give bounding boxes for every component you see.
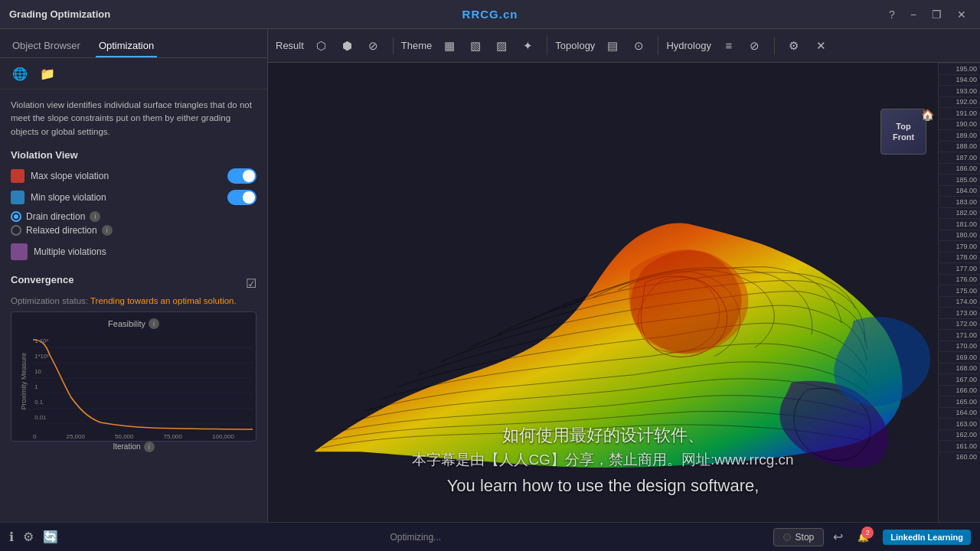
svg-text:0.1: 0.1 (34, 399, 43, 406)
elevation-tick: 166.00 (939, 385, 980, 396)
tab-object-browser[interactable]: Object Browser (9, 35, 83, 57)
elevation-tick: 164.00 (939, 407, 980, 419)
elevation-tick: 163.00 (939, 418, 980, 429)
sync-icon[interactable]: 🔄 (43, 530, 58, 544)
result-label: Result (276, 40, 304, 51)
elevation-tick: 167.00 (939, 373, 980, 385)
elevation-tick: 162.00 (939, 429, 980, 441)
drain-direction-row: Drain direction i (11, 211, 256, 222)
elevation-tick: 185.00 (939, 174, 980, 185)
left-panel: Object Browser Optimization 🌐 📁 Violatio… (0, 29, 268, 551)
elevation-tick: 173.00 (939, 307, 980, 318)
toolbar-btn-theme3[interactable]: ▨ (490, 35, 513, 57)
stop-button[interactable]: Stop (773, 528, 825, 546)
elevation-tick: 190.00 (939, 119, 980, 130)
feasibility-info[interactable]: i (149, 318, 159, 329)
restore-button[interactable]: ❐ (927, 7, 946, 22)
toolbar-close-btn[interactable]: ✕ (810, 35, 833, 57)
max-slope-row: Max slope violation (11, 168, 256, 184)
tab-optimization[interactable]: Optimization (96, 35, 157, 57)
toolbar-btn-sun[interactable]: ✦ (516, 35, 539, 57)
panel-content: Violation view identifies individual sur… (0, 90, 267, 451)
elevation-tick: 177.00 (939, 262, 980, 274)
minimize-button[interactable]: − (906, 7, 921, 22)
chart-inner: Proximity Measure 1·10³ (15, 332, 253, 432)
direction-radio-group: Drain direction i Relaxed direction i (11, 211, 256, 236)
divider-2 (547, 37, 547, 55)
elevation-tick: 189.00 (939, 129, 980, 141)
toolbar-btn-theme1[interactable]: ▦ (438, 35, 461, 57)
elevation-tick: 183.00 (939, 196, 980, 207)
panel-icon-folder[interactable]: 📁 (37, 63, 58, 84)
divider-4 (774, 37, 775, 55)
close-button[interactable]: ✕ (952, 7, 971, 22)
settings-icon[interactable]: ⚙ (23, 530, 34, 544)
toolbar-btn-topo1[interactable]: ▤ (601, 35, 624, 57)
elevation-ruler: 195.00194.00193.00192.00191.00190.00189.… (938, 63, 980, 551)
svg-text:1*10²: 1*10² (34, 353, 49, 360)
toolbar-btn-block[interactable]: ⊘ (362, 35, 385, 57)
elevation-tick: 176.00 (939, 274, 980, 285)
chart-x-ticks: 025,00050,00075,000100,000 (15, 432, 253, 440)
main-viewport: Result ⬡ ⬢ ⊘ Theme ▦ ▧ ▨ ✦ Topology ▤ ⊙ … (268, 29, 980, 551)
stop-dot (783, 533, 791, 541)
drain-direction-label: Drain direction (26, 211, 85, 222)
convergence-section: Convergence ☑ Optimization status: Trend… (11, 274, 256, 442)
toolbar-btn-hydro2[interactable]: ⊘ (743, 35, 766, 57)
elevation-tick: 174.00 (939, 296, 980, 308)
svg-text:1: 1 (34, 383, 38, 390)
drain-direction-info[interactable]: i (90, 211, 100, 222)
home-icon[interactable]: 🏠 (921, 109, 934, 121)
chart-y-axis-label: Proximity Measure (20, 353, 28, 410)
drain-direction-radio[interactable] (11, 211, 21, 222)
toolbar-btn-hex1[interactable]: ⬡ (310, 35, 333, 57)
hydrology-label: Hydrology (666, 40, 711, 51)
toolbar-btn-topo2[interactable]: ⊙ (627, 35, 650, 57)
undo-icon[interactable]: ↩ (833, 530, 843, 544)
convergence-header: Convergence ☑ (11, 274, 256, 293)
violation-view-header: Violation View (11, 149, 256, 161)
divider-3 (658, 37, 658, 55)
toolbar: Result ⬡ ⬢ ⊘ Theme ▦ ▧ ▨ ✦ Topology ▤ ⊙ … (268, 29, 980, 63)
chart-title: Feasibility i (15, 318, 253, 329)
terrain-canvas[interactable] (268, 63, 938, 533)
elevation-tick: 180.00 (939, 230, 980, 241)
elevation-tick: 193.00 (939, 85, 980, 96)
toolbar-btn-hydro1[interactable]: ≡ (717, 35, 740, 57)
toolbar-btn-hex2[interactable]: ⬢ (336, 35, 359, 57)
toolbar-btn-theme2[interactable]: ▧ (464, 35, 487, 57)
notification-button[interactable]: 🔔 2 (852, 527, 874, 548)
nav-cube-inner[interactable]: Top Front (880, 109, 926, 155)
elevation-tick: 195.00 (939, 63, 980, 74)
elevation-tick: 175.00 (939, 285, 980, 296)
result-group: Result ⬡ ⬢ ⊘ (276, 35, 385, 57)
relaxed-direction-info[interactable]: i (102, 225, 113, 236)
relaxed-direction-radio[interactable] (11, 225, 21, 236)
optimization-status-label: Optimization status: (11, 296, 88, 305)
feasibility-label: Feasibility (108, 319, 145, 328)
optimization-status-value: Trending towards an optimal solution. (90, 296, 237, 305)
optimization-status: Optimization status: Trending towards an… (11, 296, 256, 305)
stop-label: Stop (795, 532, 815, 543)
viewport-3d: 🏠 Top Front X: 11820295.669 Y: 3750 (268, 63, 980, 551)
panel-icon-globe[interactable]: 🌐 (9, 63, 31, 84)
toolbar-settings-btn[interactable]: ⚙ (782, 35, 805, 57)
info-icon[interactable]: ℹ (9, 530, 14, 544)
elevation-tick: 182.00 (939, 207, 980, 219)
nav-cube[interactable]: 🏠 Top Front (880, 109, 934, 162)
max-slope-knob (243, 170, 255, 182)
iteration-info[interactable]: i (144, 442, 155, 452)
convergence-label: Convergence (11, 274, 74, 285)
topology-group: Topology ▤ ⊙ (555, 35, 650, 57)
max-slope-toggle[interactable] (227, 168, 256, 184)
elevation-tick: 186.00 (939, 163, 980, 174)
convergence-icon[interactable]: ☑ (246, 276, 256, 291)
title-bar: Grading Optimization RRCG.cn ? − ❐ ✕ (0, 0, 980, 29)
chart-svg: 1·10³ 1*10² 10 1 0.1 0.01 (33, 332, 253, 432)
min-slope-toggle[interactable] (227, 190, 256, 205)
terrain-svg (268, 63, 938, 533)
linkedin-badge[interactable]: LinkedIn Learning (883, 530, 971, 545)
elevation-tick: 184.00 (939, 185, 980, 197)
help-button[interactable]: ? (884, 7, 900, 22)
min-slope-swatch (11, 191, 24, 204)
